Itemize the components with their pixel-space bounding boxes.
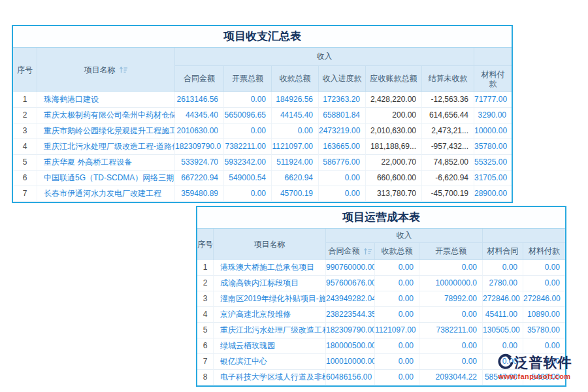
amount-cell: 0.00 <box>523 260 565 276</box>
table-row: 5 重庆江北污水处理厂级改造工程-道路修复工程 182309790.00 112… <box>197 323 565 338</box>
amount-cell: 0.00 <box>375 291 419 307</box>
table-row: 1 港珠澳大桥施工总承包项目 990760000.00 0.00 0.00 0.… <box>197 260 565 276</box>
col-header-seq: 序号 <box>13 48 37 92</box>
project-name-link[interactable]: 港珠澳大桥施工总承包项目 <box>214 260 326 276</box>
amount-cell: 957600676.00 <box>326 276 375 291</box>
row-number: 1 <box>13 92 37 108</box>
amount-cell: 0.00 <box>523 276 565 291</box>
amount-cell: 22,000.70 <box>366 155 422 171</box>
col-header-seq: 序号 <box>197 229 214 260</box>
sort-icon[interactable] <box>119 66 128 74</box>
col-header-receivable-total: 应收账款总额 <box>366 66 422 92</box>
amount-cell: 0.00 <box>224 92 272 108</box>
amount-cell: 5650096.65 <box>224 108 272 123</box>
row-number: 4 <box>13 139 37 155</box>
project-name-link[interactable]: 重庆江北污水处理厂级改造工程-道路修复工程 <box>37 139 175 155</box>
col-header-contract-amount-label: 合同金额 <box>329 246 360 257</box>
project-name-link[interactable]: 重庆江北污水处理厂级改造工程-道路修复工程 <box>214 323 326 338</box>
table1-title: 项目收支汇总表 <box>13 26 512 48</box>
amount-cell: 2010630.00 <box>175 123 224 139</box>
project-name-link[interactable]: 珠海鹤港口建设 <box>37 92 175 108</box>
project-name-link[interactable]: 成渝高铁内江标段项目 <box>214 276 326 291</box>
amount-cell: 0.00 <box>419 307 483 323</box>
row-number: 7 <box>197 354 214 370</box>
project-name-link[interactable]: 重庆太极制药有限公司亳州中药材仓储物流园 <box>37 108 175 123</box>
watermark-url-text: www.fanpusoft.com <box>483 372 585 380</box>
project-name-link[interactable]: 绿城云栖玫瑰园 <box>214 338 326 354</box>
amount-cell: 31705.00 <box>474 171 512 186</box>
table-row: 6 绿城云栖玫瑰园 180000500.00 0.00 0.00 0.00 0.… <box>197 338 565 354</box>
amount-cell: 533924.70 <box>175 155 224 171</box>
amount-cell: 2613146.56 <box>175 92 224 108</box>
row-number: 8 <box>197 370 214 385</box>
amount-cell: 0.00 <box>224 186 272 202</box>
amount-cell: 2,428,220.00 <box>366 92 422 108</box>
project-name-link[interactable]: 长春市伊通河水力发电厂改建工程 <box>37 186 175 202</box>
amount-cell: 511924.00 <box>272 155 319 171</box>
amount-cell: 0.00 <box>375 354 419 370</box>
row-number: 2 <box>197 276 214 291</box>
col-header-material-payment: 材料付款 <box>474 66 512 92</box>
amount-cell: 10890.00 <box>523 307 565 323</box>
col-header-receipt-total: 收款总额 <box>375 243 419 260</box>
amount-cell: 100010000.00 <box>326 354 375 370</box>
col-header-invoice-total: 开票总额 <box>224 66 272 92</box>
sort-icon[interactable] <box>363 248 372 255</box>
row-number: 5 <box>197 323 214 338</box>
watermark: 泛普软件 www.fanpusoft.com <box>483 353 585 380</box>
amount-cell: 55325.00 <box>474 155 512 171</box>
table-row: 1 珠海鹤港口建设 2613146.56 0.00 184926.56 1723… <box>13 92 512 108</box>
amount-cell: 172363.20 <box>319 92 366 108</box>
amount-cell: 272846.00 <box>483 291 523 307</box>
amount-cell: 28900.00 <box>474 186 512 202</box>
col-header-material-contract: 材料合同 <box>483 243 523 260</box>
amount-cell: 2,473,21... <box>422 123 474 139</box>
table-row: 2 重庆太极制药有限公司亳州中药材仓储物流园 44345.40 5650096.… <box>13 108 512 123</box>
row-number: 3 <box>13 123 37 139</box>
amount-cell: 5932342.00 <box>224 155 272 171</box>
project-name-link[interactable]: 京沪高速北京段维修 <box>214 307 326 323</box>
project-name-link[interactable]: 电子科技大学区域人行道及非机动车道工程 <box>214 370 326 385</box>
col-header-contract-amount: 合同金额 <box>175 66 224 92</box>
amount-cell: 586776.00 <box>319 155 366 171</box>
row-number: 2 <box>13 108 37 123</box>
col-header-project-name: 项目名称 <box>214 229 326 260</box>
amount-cell: 0.00 <box>319 186 366 202</box>
project-name-link[interactable]: 潼南区2019年绿化补贴项目-施工2标段 <box>214 291 326 307</box>
amount-cell: 6620.94 <box>272 171 319 186</box>
amount-cell: 35780.00 <box>474 139 512 155</box>
table-row: 3 潼南区2019年绿化补贴项目-施工2标段 243949282.04 0.00… <box>197 291 565 307</box>
project-name-link[interactable]: 重庆华夏 外高桥工程设备 <box>37 155 175 171</box>
table-row: 5 重庆华夏 外高桥工程设备 533924.70 5932342.00 5119… <box>13 155 512 171</box>
table2-title: 项目运营成本表 <box>197 207 565 229</box>
project-name-link[interactable]: 中国联通5G（TD-SCDMA）网络三期四川工程 <box>37 171 175 186</box>
amount-cell: 0.00 <box>375 260 419 276</box>
amount-cell: 60486156.00 <box>326 370 375 385</box>
income-expense-summary-table: 项目收支汇总表 序号 项目名称 收入 合同金额 开票总额 收款总额 收入进度款 … <box>12 25 513 203</box>
amount-cell: 0.00 <box>419 260 483 276</box>
table2-header: 序号 项目名称 收入 合同金额 收款总额 开票总额 材料合同 材料付款 <box>197 229 565 260</box>
row-number: 3 <box>197 291 214 307</box>
row-number: 4 <box>197 307 214 323</box>
row-number: 5 <box>13 155 37 171</box>
amount-cell: 0.00 <box>375 338 419 354</box>
project-name-link[interactable]: 银亿滨江中心 <box>214 354 326 370</box>
col-header-material-payment: 材料付款 <box>523 243 565 260</box>
table-row: 6 中国联通5G（TD-SCDMA）网络三期四川工程 667220.94 549… <box>13 171 512 186</box>
table-row: 2 成渝高铁内江标段项目 957600676.00 0.00 10000000.… <box>197 276 565 291</box>
amount-cell: 71777.00 <box>474 92 512 108</box>
amount-cell: 2093044.22 <box>419 370 483 385</box>
row-number: 1 <box>197 260 214 276</box>
amount-cell: 7382211.00 <box>224 139 272 155</box>
amount-cell: 0.00 <box>375 307 419 323</box>
amount-cell: 78992.00 <box>419 291 483 307</box>
amount-cell: 181,188,69... <box>366 139 422 155</box>
group-header-income: 收入 <box>326 229 483 243</box>
amount-cell: 44345.40 <box>175 108 224 123</box>
amount-cell: 0.00 <box>419 338 483 354</box>
project-name-link[interactable]: 重庆市鹅岭公园绿化景观提升工程施工 <box>37 123 175 139</box>
row-number: 6 <box>13 171 37 186</box>
amount-cell: 2473219.00 <box>319 123 366 139</box>
col-header-project-name: 项目名称 <box>37 48 175 92</box>
amount-cell: 660,600.00 <box>366 171 422 186</box>
